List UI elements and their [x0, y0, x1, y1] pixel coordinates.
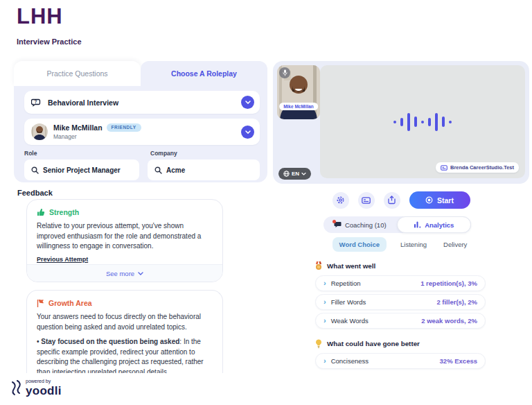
analytics-subtabs: Word Choice Listening Delivery	[273, 237, 529, 252]
company-value: Acme	[166, 166, 185, 174]
page-title: Interview Practice	[17, 37, 82, 46]
notification-dot	[332, 220, 336, 223]
previous-attempt-link[interactable]: Previous Attempt	[37, 256, 88, 263]
caption-attribution[interactable]: Brenda CareerStudio.Test	[436, 162, 519, 173]
caption-attribution-label: Brenda CareerStudio.Test	[450, 164, 514, 171]
growth-area-card: Growth Area Your answers need to focus d…	[26, 290, 223, 373]
thumbs-up-icon	[37, 208, 45, 216]
metric-value: 2 weak words, 2%	[421, 317, 477, 325]
upload-icon	[387, 196, 396, 205]
search-icon	[31, 166, 39, 174]
see-more-button[interactable]: See more	[27, 264, 222, 282]
tab-coaching-label: Coaching (10)	[345, 221, 387, 229]
strength-label: Strength	[49, 208, 79, 216]
company-label: Company	[150, 150, 177, 157]
persona-badge: FRIENDLY	[107, 123, 141, 132]
persona-name: Mike McMillan	[53, 123, 103, 132]
flag-icon	[37, 299, 44, 307]
call-controls: Start	[273, 191, 529, 209]
start-label: Start	[437, 196, 454, 205]
search-icon	[154, 166, 162, 174]
gear-icon	[336, 196, 345, 205]
metric-row-weak-words[interactable]: › Weak Words 2 weak words, 2%	[315, 313, 486, 329]
metric-value: 32% Excess	[440, 357, 477, 365]
persona-selector[interactable]: Mike McMillan FRIENDLY Manager	[24, 119, 260, 145]
record-icon	[425, 196, 433, 204]
chat-icon	[334, 221, 342, 228]
growth-bullet: • Stay focused on the question being ask…	[37, 337, 213, 373]
captions-icon	[362, 197, 371, 204]
lightbulb-icon	[315, 339, 322, 348]
share-upload-button[interactable]	[384, 192, 400, 209]
metric-label: Conciseness	[331, 357, 435, 365]
metric-value: 2 filler(s), 2%	[436, 298, 477, 306]
role-label: Role	[24, 150, 142, 157]
chevron-right-icon: ›	[323, 279, 326, 287]
scenario-expand-button[interactable]	[241, 96, 254, 109]
metric-row-filler-words[interactable]: › Filler Words 2 filler(s), 2%	[315, 294, 486, 310]
roleplay-stage: Brenda CareerStudio.Test Mike McMillan E…	[273, 61, 529, 184]
brand-name: yoodli	[26, 384, 62, 397]
fields-row: Senior Project Manager Acme	[24, 160, 260, 180]
participant-name-pill: Mike McMillan	[279, 103, 318, 110]
start-button[interactable]: Start	[409, 191, 470, 209]
persona-role: Manager	[53, 133, 241, 141]
company-input[interactable]: Acme	[148, 160, 260, 180]
audio-waveform-icon	[393, 113, 452, 131]
subtab-delivery[interactable]: Delivery	[441, 237, 470, 252]
call-screen: Brenda CareerStudio.Test	[320, 65, 525, 178]
persona-avatar	[31, 123, 48, 140]
persona-expand-button[interactable]	[241, 126, 254, 139]
roleplay-config-panel: ? Behavioral Interview Mike McMillan FRI…	[14, 86, 267, 182]
feedback-title: Feedback	[17, 189, 53, 197]
participant-video-thumbnail: Mike McMillan	[277, 65, 320, 119]
metric-label: Repetition	[331, 279, 416, 287]
strength-body: Relative to your previous attempt, you'v…	[37, 221, 213, 252]
medal-icon	[315, 261, 322, 270]
globe-icon	[283, 171, 290, 177]
svg-text:?: ?	[35, 99, 37, 104]
chevron-right-icon: ›	[323, 317, 326, 325]
tab-analytics[interactable]: Analytics	[397, 216, 472, 233]
powered-by-label: powered by	[26, 379, 62, 384]
mic-icon[interactable]	[279, 67, 290, 78]
growth-bullet-lead: • Stay focused on the question being ask…	[37, 338, 179, 345]
metric-value: 1 repetition(s), 3%	[420, 279, 477, 287]
settings-button[interactable]	[332, 192, 349, 209]
tab-choose-a-roleplay[interactable]: Choose A Roleplay	[141, 61, 267, 86]
subtab-word-choice[interactable]: Word Choice	[332, 237, 387, 252]
tab-coaching[interactable]: Coaching (10)	[323, 216, 397, 233]
chevron-down-icon	[301, 173, 306, 175]
see-more-label: See more	[106, 270, 134, 277]
went-well-title: What went well	[327, 262, 375, 270]
chevron-right-icon: ›	[323, 357, 326, 365]
strength-card: Strength Relative to your previous attem…	[26, 199, 223, 282]
metric-label: Weak Words	[331, 317, 417, 325]
scenario-selector[interactable]: ? Behavioral Interview	[24, 91, 260, 114]
captions-toggle-button[interactable]	[358, 192, 375, 209]
metric-row-repetition[interactable]: › Repetition 1 repetition(s), 3%	[315, 275, 486, 291]
feedback-mode-tabs: Coaching (10) Analytics	[323, 216, 471, 233]
growth-area-label: Growth Area	[48, 299, 92, 307]
tab-analytics-label: Analytics	[425, 221, 454, 229]
chat-question-icon: ?	[31, 98, 42, 107]
yoodli-logo-icon	[10, 380, 23, 397]
tab-practice-questions[interactable]: Practice Questions	[14, 61, 141, 86]
language-selector[interactable]: EN	[278, 168, 311, 180]
captions-icon	[441, 165, 447, 171]
scenario-label: Behavioral Interview	[48, 98, 241, 107]
field-labels: Role Company	[24, 150, 260, 157]
metric-row-conciseness[interactable]: › Conciseness 32% Excess	[315, 353, 486, 369]
chevron-right-icon: ›	[323, 298, 326, 306]
yoodli-brand: powered by yoodli	[10, 379, 62, 397]
persona-meta: Mike McMillan FRIENDLY Manager	[53, 123, 241, 141]
roleplay-tabstrip: Practice Questions Choose A Roleplay	[14, 61, 267, 86]
role-input[interactable]: Senior Project Manager	[24, 160, 139, 180]
language-code: EN	[292, 171, 299, 177]
role-value: Senior Project Manager	[43, 166, 121, 174]
metric-label: Filler Words	[331, 298, 432, 306]
subtab-listening[interactable]: Listening	[398, 237, 429, 252]
gone-better-title: What could have gone better	[327, 340, 420, 347]
growth-body: Your answers need to focus directly on t…	[37, 312, 213, 332]
bar-chart-icon	[414, 221, 421, 228]
